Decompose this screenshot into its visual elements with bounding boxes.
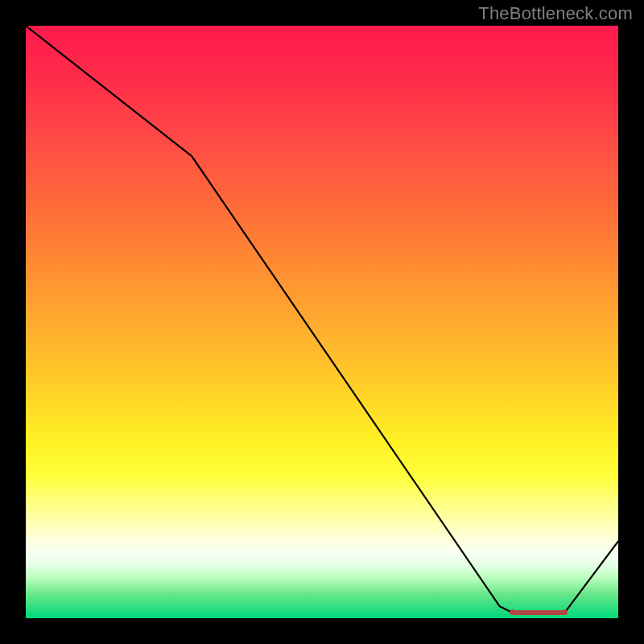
line-chart-svg — [26, 26, 618, 618]
optimal-range-marker — [512, 610, 565, 615]
plot-area — [26, 26, 618, 618]
chart-frame: TheBottleneck.com — [0, 0, 644, 644]
watermark-text: TheBottleneck.com — [478, 3, 633, 24]
bottleneck-curve — [26, 26, 618, 613]
